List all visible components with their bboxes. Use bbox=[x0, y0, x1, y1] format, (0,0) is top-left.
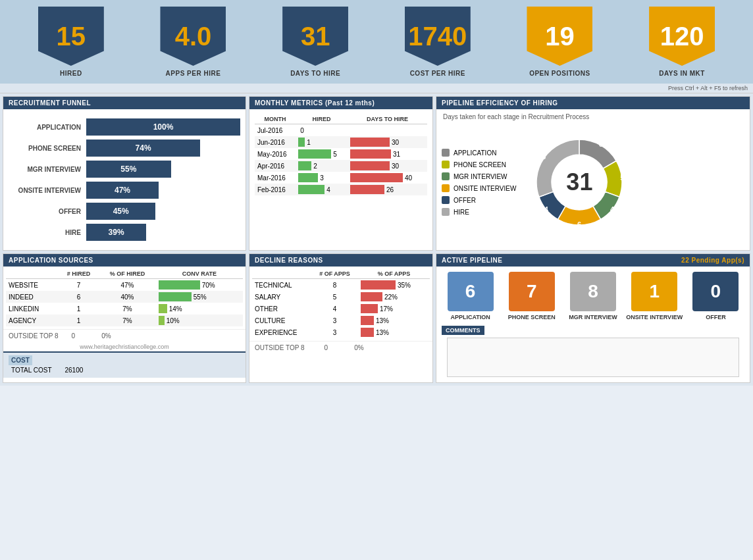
kpi-badge-hired: 15 bbox=[38, 7, 104, 66]
cost-header: COST bbox=[9, 355, 32, 365]
svg-text:6: 6 bbox=[599, 140, 603, 148]
funnel-row: APPLICATION 100% bbox=[9, 118, 240, 136]
sources-table: # HIRED % OF HIRED CONV RATE WEBSITE 7 4… bbox=[6, 269, 243, 326]
funnel-bar-container: 100% bbox=[86, 118, 240, 136]
hired-cell: 4 bbox=[296, 184, 348, 195]
source-row: INDEED 6 40% 55% bbox=[6, 291, 243, 303]
funnel-bar-pct: 47% bbox=[115, 186, 130, 195]
kpi-days-in-mkt: 120 DAYS IN MKT bbox=[649, 7, 715, 77]
sources-header: APPLICATION SOURCES bbox=[3, 254, 246, 267]
pipeline-header: PIPELINE EFFICIENCY OF HIRING bbox=[436, 97, 750, 109]
funnel-bar-pct: 55% bbox=[120, 165, 136, 174]
funnel-bar: 45% bbox=[86, 203, 155, 220]
metrics-table: MONTH HIRED DAYS TO HIRE Jul-2016 0 Jun-… bbox=[255, 115, 427, 195]
funnel-bar-pct: 39% bbox=[109, 228, 124, 237]
funnel-panel: RECRUITMENT FUNNEL APPLICATION 100% PHON… bbox=[3, 96, 246, 251]
source-pct: 7% bbox=[99, 315, 156, 326]
card-number: 1 bbox=[631, 272, 677, 311]
kpi-label-hired: HIRED bbox=[60, 70, 82, 77]
funnel-bar-container: 47% bbox=[86, 182, 240, 199]
svg-text:4: 4 bbox=[611, 205, 615, 213]
decline-apps: 3 bbox=[311, 326, 358, 338]
active-title: ACTIVE PIPELINE bbox=[442, 257, 503, 264]
funnel-bar: 74% bbox=[86, 140, 200, 157]
hired-cell: 1 bbox=[296, 136, 348, 148]
decline-content: # OF APPS % OF APPS TECHNICAL 8 35% SALA… bbox=[249, 267, 432, 341]
col-pct-h: % OF APPS bbox=[358, 269, 430, 279]
kpi-open-positions: 19 OPEN POSITIONS bbox=[527, 7, 592, 77]
donut-center: 31 bbox=[566, 168, 592, 196]
funnel-row: HIRE 39% bbox=[9, 224, 240, 241]
kpi-label-cost: COST PER HIRE bbox=[410, 70, 465, 77]
active-header: ACTIVE PIPELINE 22 Pending App(s) bbox=[436, 254, 750, 267]
kpi-value-days: 31 bbox=[301, 23, 330, 49]
kpi-value-hired: 15 bbox=[57, 23, 86, 49]
cost-section: COST TOTAL COST 26100 bbox=[3, 351, 246, 378]
source-row: WEBSITE 7 47% 70% bbox=[6, 279, 243, 292]
outside-decline-pct: 0% bbox=[354, 344, 363, 351]
kpi-cost-per-hire: 1740 COST PER HIRE bbox=[405, 7, 471, 77]
legend-item: ONSITE INTERVIEW bbox=[442, 184, 516, 192]
funnel-bar-pct: 45% bbox=[113, 207, 129, 216]
donut-legend: APPLICATION PHONE SCREEN MGR INTERVIEW O… bbox=[442, 149, 516, 216]
legend-label: HIRE bbox=[454, 209, 469, 216]
kpi-value-open: 19 bbox=[545, 23, 575, 49]
main-content: RECRUITMENT FUNNEL APPLICATION 100% PHON… bbox=[0, 93, 753, 386]
decline-apps: 5 bbox=[311, 291, 358, 303]
decline-reason: CULTURE bbox=[252, 315, 311, 326]
decline-panel: DECLINE REASONS # OF APPS % OF APPS TECH… bbox=[249, 253, 433, 383]
col-hired-h: # HIRED bbox=[59, 269, 99, 279]
svg-text:5: 5 bbox=[621, 174, 625, 182]
watermark: www.heritagechristiancollege.com bbox=[3, 342, 246, 351]
source-name: AGENCY bbox=[6, 315, 59, 326]
funnel-row-label: ONSITE INTERVIEW bbox=[9, 187, 81, 194]
legend-label: PHONE SCREEN bbox=[454, 161, 506, 168]
month-cell: Mar-2016 bbox=[255, 172, 296, 184]
source-name: LINKEDIN bbox=[6, 303, 59, 315]
col-pct-hired: % OF HIRED bbox=[99, 269, 156, 279]
col-apps-h: # OF APPS bbox=[311, 269, 358, 279]
decline-reason: OTHER bbox=[252, 303, 311, 315]
outside-decline-label: OUTSIDE TOP 8 bbox=[255, 344, 305, 351]
funnel-bar-container: 55% bbox=[86, 161, 240, 178]
decline-header: DECLINE REASONS bbox=[249, 254, 432, 267]
source-hired: 7 bbox=[59, 279, 99, 292]
hired-cell: 5 bbox=[296, 148, 348, 160]
sources-content: # HIRED % OF HIRED CONV RATE WEBSITE 7 4… bbox=[3, 267, 246, 329]
outside-decline-row: OUTSIDE TOP 8 0 0% bbox=[249, 341, 432, 354]
card-number: 6 bbox=[448, 272, 494, 311]
metrics-row: Apr-2016 2 30 bbox=[255, 160, 427, 172]
funnel-bar-pct: 100% bbox=[153, 122, 174, 132]
legend-item: HIRE bbox=[442, 208, 516, 216]
source-pct: 47% bbox=[99, 279, 156, 292]
legend-dot bbox=[442, 161, 450, 168]
decline-reason: SALARY bbox=[252, 291, 311, 303]
kpi-label-open: OPEN POSITIONS bbox=[529, 70, 590, 77]
card-label: OFFER bbox=[706, 314, 726, 320]
legend-item: APPLICATION bbox=[442, 149, 516, 157]
hired-cell: 0 bbox=[296, 124, 348, 137]
month-cell: Jul-2016 bbox=[255, 124, 296, 137]
cost-row: TOTAL COST 26100 bbox=[9, 365, 240, 375]
source-hired: 1 bbox=[59, 315, 99, 326]
outside-decline-count: 0 bbox=[325, 344, 328, 351]
kpi-label-mkt: DAYS IN MKT bbox=[659, 70, 705, 77]
comments-box[interactable] bbox=[447, 338, 739, 377]
decline-pct: 13% bbox=[358, 315, 430, 326]
funnel-header: RECRUITMENT FUNNEL bbox=[3, 97, 246, 109]
days-cell bbox=[348, 124, 427, 137]
col-month: MONTH bbox=[255, 115, 296, 124]
source-conv: 14% bbox=[156, 303, 243, 315]
month-cell: Feb-2016 bbox=[255, 184, 296, 195]
funnel-row-label: HIRE bbox=[9, 229, 81, 236]
month-cell: Apr-2016 bbox=[255, 160, 296, 172]
decline-apps: 4 bbox=[311, 303, 358, 315]
funnel-bar-container: 45% bbox=[86, 203, 240, 220]
source-name: INDEED bbox=[6, 291, 59, 303]
decline-pct: 17% bbox=[358, 303, 430, 315]
source-hired: 1 bbox=[59, 303, 99, 315]
pipeline-cards: 6 APPLICATION 7 PHONE SCREEN 8 MGR INTER… bbox=[436, 267, 750, 326]
month-cell: May-2016 bbox=[255, 148, 296, 160]
decline-reason: EXPERIENCE bbox=[252, 326, 311, 338]
days-cell: 30 bbox=[348, 136, 427, 148]
